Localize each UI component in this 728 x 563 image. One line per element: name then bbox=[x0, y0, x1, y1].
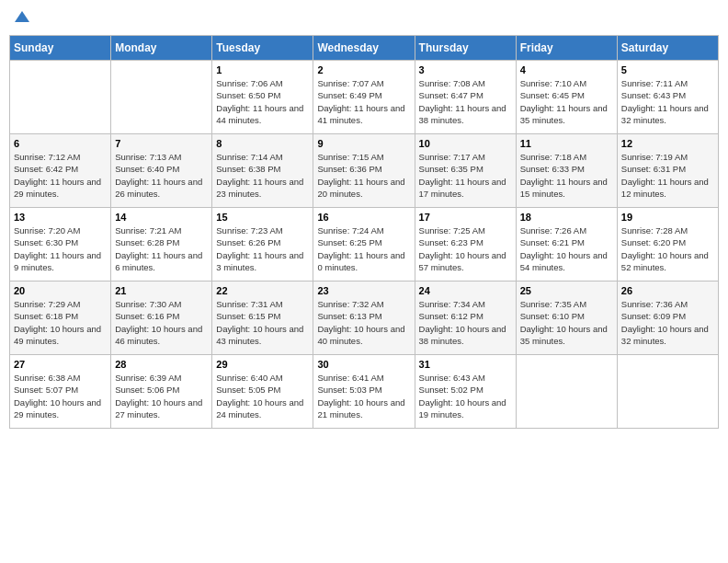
day-number: 21 bbox=[115, 285, 208, 296]
day-number: 11 bbox=[520, 138, 613, 149]
day-number: 30 bbox=[317, 359, 410, 370]
day-number: 24 bbox=[419, 285, 512, 296]
calendar-day-cell: 15Sunrise: 7:23 AMSunset: 6:26 PMDayligh… bbox=[212, 208, 313, 282]
calendar-day-cell: 21Sunrise: 7:30 AMSunset: 6:16 PMDayligh… bbox=[111, 282, 212, 355]
day-info: Sunrise: 6:40 AMSunset: 5:05 PMDaylight:… bbox=[216, 372, 309, 420]
day-number: 18 bbox=[520, 212, 613, 223]
day-number: 7 bbox=[115, 138, 208, 149]
day-number: 23 bbox=[317, 285, 410, 296]
day-info: Sunrise: 7:21 AMSunset: 6:28 PMDaylight:… bbox=[115, 224, 208, 273]
calendar-day-cell bbox=[617, 355, 718, 429]
calendar-day-cell: 8Sunrise: 7:14 AMSunset: 6:38 PMDaylight… bbox=[212, 134, 313, 208]
logo-icon bbox=[15, 9, 29, 24]
calendar-day-cell: 1Sunrise: 7:06 AMSunset: 6:50 PMDaylight… bbox=[212, 61, 313, 134]
day-number: 2 bbox=[317, 64, 410, 75]
calendar-day-cell bbox=[516, 355, 617, 429]
day-info: Sunrise: 7:28 AMSunset: 6:20 PMDaylight:… bbox=[621, 224, 714, 273]
day-number: 25 bbox=[520, 285, 613, 296]
day-info: Sunrise: 7:17 AMSunset: 6:35 PMDaylight:… bbox=[419, 151, 512, 200]
day-of-week-header: Tuesday bbox=[212, 36, 313, 61]
day-info: Sunrise: 7:32 AMSunset: 6:13 PMDaylight:… bbox=[317, 298, 410, 347]
day-number: 16 bbox=[317, 212, 410, 223]
day-number: 22 bbox=[216, 285, 309, 296]
day-number: 28 bbox=[115, 359, 208, 370]
day-number: 31 bbox=[419, 359, 512, 370]
calendar-day-cell: 26Sunrise: 7:36 AMSunset: 6:09 PMDayligh… bbox=[617, 282, 718, 355]
calendar-day-cell: 11Sunrise: 7:18 AMSunset: 6:33 PMDayligh… bbox=[516, 134, 617, 208]
calendar-day-cell: 10Sunrise: 7:17 AMSunset: 6:35 PMDayligh… bbox=[415, 134, 516, 208]
day-info: Sunrise: 7:11 AMSunset: 6:43 PMDaylight:… bbox=[621, 77, 714, 126]
calendar-day-cell: 13Sunrise: 7:20 AMSunset: 6:30 PMDayligh… bbox=[10, 208, 111, 282]
day-info: Sunrise: 7:20 AMSunset: 6:30 PMDaylight:… bbox=[14, 224, 107, 273]
calendar-day-cell: 19Sunrise: 7:28 AMSunset: 6:20 PMDayligh… bbox=[617, 208, 718, 282]
day-info: Sunrise: 6:38 AMSunset: 5:07 PMDaylight:… bbox=[14, 372, 107, 420]
day-of-week-header: Thursday bbox=[415, 36, 516, 61]
calendar-day-cell: 5Sunrise: 7:11 AMSunset: 6:43 PMDaylight… bbox=[617, 61, 718, 134]
calendar-day-cell: 4Sunrise: 7:10 AMSunset: 6:45 PMDaylight… bbox=[516, 61, 617, 134]
day-info: Sunrise: 7:31 AMSunset: 6:15 PMDaylight:… bbox=[216, 298, 309, 347]
day-number: 5 bbox=[621, 64, 714, 75]
calendar-day-cell: 28Sunrise: 6:39 AMSunset: 5:06 PMDayligh… bbox=[111, 355, 212, 429]
day-number: 8 bbox=[216, 138, 309, 149]
calendar-day-cell: 12Sunrise: 7:19 AMSunset: 6:31 PMDayligh… bbox=[617, 134, 718, 208]
day-info: Sunrise: 7:23 AMSunset: 6:26 PMDaylight:… bbox=[216, 224, 309, 273]
day-number: 19 bbox=[621, 212, 714, 223]
day-info: Sunrise: 7:25 AMSunset: 6:23 PMDaylight:… bbox=[419, 224, 512, 273]
calendar-day-cell: 27Sunrise: 6:38 AMSunset: 5:07 PMDayligh… bbox=[10, 355, 111, 429]
calendar-week-row: 13Sunrise: 7:20 AMSunset: 6:30 PMDayligh… bbox=[10, 208, 719, 282]
day-of-week-header: Wednesday bbox=[313, 36, 415, 61]
calendar-week-row: 6Sunrise: 7:12 AMSunset: 6:42 PMDaylight… bbox=[10, 134, 719, 208]
calendar-week-row: 1Sunrise: 7:06 AMSunset: 6:50 PMDaylight… bbox=[10, 61, 719, 134]
day-number: 15 bbox=[216, 212, 309, 223]
calendar-day-cell: 16Sunrise: 7:24 AMSunset: 6:25 PMDayligh… bbox=[313, 208, 415, 282]
day-info: Sunrise: 7:12 AMSunset: 6:42 PMDaylight:… bbox=[14, 151, 107, 200]
day-info: Sunrise: 6:41 AMSunset: 5:03 PMDaylight:… bbox=[317, 372, 410, 420]
day-number: 26 bbox=[621, 285, 714, 296]
calendar-day-cell bbox=[111, 61, 212, 134]
calendar-table: SundayMondayTuesdayWednesdayThursdayFrid… bbox=[9, 35, 719, 429]
svg-marker-0 bbox=[15, 11, 29, 22]
day-info: Sunrise: 7:24 AMSunset: 6:25 PMDaylight:… bbox=[317, 224, 410, 273]
calendar-day-cell: 7Sunrise: 7:13 AMSunset: 6:40 PMDaylight… bbox=[111, 134, 212, 208]
day-info: Sunrise: 7:07 AMSunset: 6:49 PMDaylight:… bbox=[317, 77, 410, 126]
day-number: 3 bbox=[419, 64, 512, 75]
day-info: Sunrise: 7:06 AMSunset: 6:50 PMDaylight:… bbox=[216, 77, 309, 126]
calendar-day-cell bbox=[10, 61, 111, 134]
day-number: 17 bbox=[419, 212, 512, 223]
calendar-day-cell: 31Sunrise: 6:43 AMSunset: 5:02 PMDayligh… bbox=[415, 355, 516, 429]
calendar-day-cell: 6Sunrise: 7:12 AMSunset: 6:42 PMDaylight… bbox=[10, 134, 111, 208]
day-info: Sunrise: 7:13 AMSunset: 6:40 PMDaylight:… bbox=[115, 151, 208, 200]
day-number: 12 bbox=[621, 138, 714, 149]
calendar-day-cell: 17Sunrise: 7:25 AMSunset: 6:23 PMDayligh… bbox=[415, 208, 516, 282]
day-number: 20 bbox=[14, 285, 107, 296]
day-info: Sunrise: 7:34 AMSunset: 6:12 PMDaylight:… bbox=[419, 298, 512, 347]
day-number: 29 bbox=[216, 359, 309, 370]
day-info: Sunrise: 7:30 AMSunset: 6:16 PMDaylight:… bbox=[115, 298, 208, 347]
day-number: 10 bbox=[419, 138, 512, 149]
day-of-week-header: Monday bbox=[111, 36, 212, 61]
calendar-day-cell: 20Sunrise: 7:29 AMSunset: 6:18 PMDayligh… bbox=[10, 282, 111, 355]
logo bbox=[13, 9, 29, 28]
calendar-day-cell: 24Sunrise: 7:34 AMSunset: 6:12 PMDayligh… bbox=[415, 282, 516, 355]
calendar-day-cell: 22Sunrise: 7:31 AMSunset: 6:15 PMDayligh… bbox=[212, 282, 313, 355]
day-info: Sunrise: 7:29 AMSunset: 6:18 PMDaylight:… bbox=[14, 298, 107, 347]
calendar-day-cell: 14Sunrise: 7:21 AMSunset: 6:28 PMDayligh… bbox=[111, 208, 212, 282]
day-info: Sunrise: 7:18 AMSunset: 6:33 PMDaylight:… bbox=[520, 151, 613, 200]
day-of-week-header: Friday bbox=[516, 36, 617, 61]
day-info: Sunrise: 6:43 AMSunset: 5:02 PMDaylight:… bbox=[419, 372, 512, 420]
day-number: 14 bbox=[115, 212, 208, 223]
calendar-day-cell: 2Sunrise: 7:07 AMSunset: 6:49 PMDaylight… bbox=[313, 61, 415, 134]
day-info: Sunrise: 7:19 AMSunset: 6:31 PMDaylight:… bbox=[621, 151, 714, 200]
day-info: Sunrise: 7:14 AMSunset: 6:38 PMDaylight:… bbox=[216, 151, 309, 200]
day-of-week-header: Sunday bbox=[10, 36, 111, 61]
calendar-day-cell: 9Sunrise: 7:15 AMSunset: 6:36 PMDaylight… bbox=[313, 134, 415, 208]
calendar-day-cell: 18Sunrise: 7:26 AMSunset: 6:21 PMDayligh… bbox=[516, 208, 617, 282]
calendar-day-cell: 23Sunrise: 7:32 AMSunset: 6:13 PMDayligh… bbox=[313, 282, 415, 355]
calendar-day-cell: 25Sunrise: 7:35 AMSunset: 6:10 PMDayligh… bbox=[516, 282, 617, 355]
calendar-header-row: SundayMondayTuesdayWednesdayThursdayFrid… bbox=[10, 36, 719, 61]
day-number: 1 bbox=[216, 64, 309, 75]
day-info: Sunrise: 7:35 AMSunset: 6:10 PMDaylight:… bbox=[520, 298, 613, 347]
calendar-week-row: 20Sunrise: 7:29 AMSunset: 6:18 PMDayligh… bbox=[10, 282, 719, 355]
day-info: Sunrise: 6:39 AMSunset: 5:06 PMDaylight:… bbox=[115, 372, 208, 420]
calendar-day-cell: 30Sunrise: 6:41 AMSunset: 5:03 PMDayligh… bbox=[313, 355, 415, 429]
